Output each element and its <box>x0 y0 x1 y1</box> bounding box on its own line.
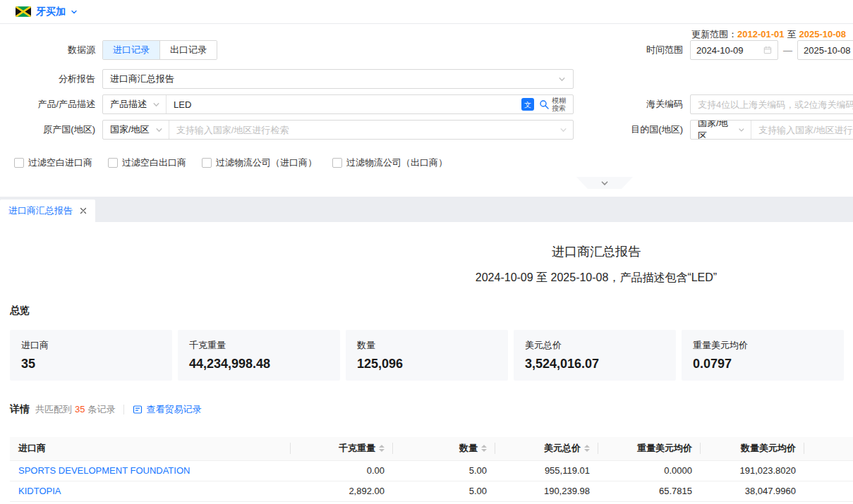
cell-usd-total: 190,239.98 <box>495 481 598 501</box>
stat-card-importers: 进口商 35 <box>10 330 172 381</box>
checkbox-filter-blank-importer[interactable]: 过滤空白进口商 <box>14 156 92 169</box>
chevron-down-icon <box>155 126 163 134</box>
app-window: 牙买加 更新范围：2012-01-01至2025-10-08 数据源 进口记录 … <box>0 0 853 504</box>
column-header-usd-total[interactable]: 美元总价 <box>495 437 598 460</box>
report-subtitle: 2024-10-09 至 2025-10-08，产品描述包含“LED” <box>0 270 853 285</box>
stat-label: 美元总价 <box>525 339 665 352</box>
calendar-icon <box>763 45 772 55</box>
cell-spacer <box>804 460 853 481</box>
stat-value: 35 <box>21 357 161 371</box>
checkbox-filter-blank-exporter[interactable]: 过滤空白出口商 <box>108 156 186 169</box>
column-header-spacer <box>804 437 853 460</box>
checkbox-icon <box>202 158 212 168</box>
chevron-down-icon <box>559 126 567 134</box>
origin-country-group: 国家/地区 <box>102 120 574 140</box>
matched-suffix: 条记录 <box>87 404 115 414</box>
report-type-value: 进口商汇总报告 <box>110 73 558 85</box>
export-records-tab[interactable]: 出口记录 <box>159 41 217 59</box>
report-content: 进口商汇总报告 2024-10-09 至 2025-10-08，产品描述包含“L… <box>0 222 853 504</box>
table-header-row: 进口商 千克重量 数量 美元总价 重量美元均价 <box>10 437 853 460</box>
destination-field-value: 国家/地区 <box>698 120 732 140</box>
product-search-input[interactable] <box>167 95 521 113</box>
destination-country-label: 目的国(地区) <box>614 123 683 136</box>
column-header-usd-per-weight: 重量美元均价 <box>598 437 701 460</box>
overview-cards: 进口商 35 千克重量 44,234,998.48 数量 125,096 美元总… <box>10 330 853 381</box>
fuzzy-search-button[interactable]: 模糊搜索 <box>539 97 567 112</box>
checkbox-icon <box>108 158 118 168</box>
column-header-quantity[interactable]: 数量 <box>393 437 495 460</box>
importer-table: 进口商 千克重量 数量 美元总价 重量美元均价 <box>10 437 853 502</box>
cell-usd-per-quantity: 191,023.8020 <box>701 460 804 481</box>
update-range: 更新范围：2012-01-01至2025-10-08 <box>691 28 846 41</box>
end-date-value[interactable] <box>804 45 853 56</box>
close-icon[interactable] <box>80 207 87 214</box>
destination-field-select[interactable]: 国家/地区 <box>691 121 751 139</box>
destination-country-group: 国家/地区 <box>690 120 853 140</box>
cell-usd-per-weight: 65.7815 <box>598 481 701 501</box>
customs-code-input[interactable] <box>690 94 853 114</box>
importer-link[interactable]: SPORTS DEVELOPMENT FOUNDATION <box>18 465 190 476</box>
cell-spacer <box>804 481 853 501</box>
checkbox-filter-logistics-importer[interactable]: 过滤物流公司（进口商） <box>202 156 317 169</box>
trade-records-icon <box>133 405 143 414</box>
country-selector[interactable]: 牙买加 <box>16 6 78 18</box>
filter-panel: 更新范围：2012-01-01至2025-10-08 数据源 进口记录 出口记录… <box>0 24 853 197</box>
tab-importer-summary-report[interactable]: 进口商汇总报告 <box>0 199 95 222</box>
stat-value: 3,524,016.07 <box>525 357 665 371</box>
import-records-tab[interactable]: 进口记录 <box>103 41 159 59</box>
sort-icon[interactable] <box>584 445 590 452</box>
details-header: 详情 共匹配到35条记录 查看贸易记录 <box>10 403 853 416</box>
start-date-input[interactable] <box>690 40 778 60</box>
report-type-select[interactable]: 进口商汇总报告 <box>102 69 574 89</box>
end-date-input[interactable] <box>797 40 853 60</box>
importer-link[interactable]: KIDTOPIA <box>18 486 61 496</box>
stat-value: 44,234,998.48 <box>189 357 329 371</box>
tab-bar: 进口商汇总报告 <box>0 197 853 222</box>
matched-prefix: 共匹配到 <box>35 404 72 414</box>
customs-code-label: 海关编码 <box>614 98 683 111</box>
sort-icon[interactable] <box>379 445 385 452</box>
report-title: 进口商汇总报告 <box>0 243 853 261</box>
date-range-separator: — <box>783 45 792 56</box>
stat-label: 重量美元均价 <box>693 339 833 352</box>
search-icon <box>539 99 550 110</box>
origin-country-input[interactable] <box>169 121 559 139</box>
stat-card-usd-per-weight: 重量美元均价 0.0797 <box>682 330 844 381</box>
chevron-down-icon <box>152 101 160 109</box>
overview-heading: 总览 <box>10 305 853 316</box>
cell-kg-weight: 0.00 <box>291 460 393 481</box>
chevron-down-icon <box>600 179 609 188</box>
column-header-kg-weight[interactable]: 千克重量 <box>291 437 393 460</box>
product-field-select[interactable]: 产品描述 <box>103 95 167 113</box>
chevron-down-icon <box>738 126 745 134</box>
stat-label: 进口商 <box>21 339 161 352</box>
collapse-filter-button[interactable] <box>576 177 633 189</box>
cell-quantity: 5.00 <box>393 481 495 501</box>
checkbox-filter-logistics-exporter[interactable]: 过滤物流公司（出口商） <box>332 156 447 169</box>
report-type-label: 分析报告 <box>0 73 95 85</box>
destination-country-input[interactable] <box>751 121 853 139</box>
time-range-label: 时间范围 <box>614 44 683 56</box>
view-trade-records-link[interactable]: 查看贸易记录 <box>133 403 201 416</box>
stat-value: 125,096 <box>357 357 497 371</box>
product-field-value: 产品描述 <box>110 98 147 111</box>
translate-icon[interactable]: 文 <box>521 98 534 111</box>
table-row: KIDTOPIA 2,892.00 5.00 190,239.98 65.781… <box>10 481 853 501</box>
stat-label: 数量 <box>357 339 497 352</box>
details-heading: 详情 <box>10 403 30 416</box>
checkbox-label: 过滤物流公司（出口商） <box>346 156 447 169</box>
update-range-start: 2012-01-01 <box>737 29 785 39</box>
start-date-value[interactable] <box>696 45 761 56</box>
origin-field-select[interactable]: 国家/地区 <box>103 121 169 139</box>
stat-card-usd-total: 美元总价 3,524,016.07 <box>514 330 676 381</box>
cell-usd-per-quantity: 38,047.9960 <box>701 481 804 501</box>
filter-checkboxes: 过滤空白进口商 过滤空白出口商 过滤物流公司（进口商） 过滤物流公司（出口商） <box>14 156 447 169</box>
jamaica-flag-icon <box>16 6 31 17</box>
svg-text:文: 文 <box>524 101 531 109</box>
stat-label: 千克重量 <box>189 339 329 352</box>
origin-country-label: 原产国(地区) <box>0 123 95 136</box>
sort-icon[interactable] <box>481 445 487 452</box>
cell-usd-per-weight: 0.0000 <box>598 460 701 481</box>
stat-value: 0.0797 <box>693 357 833 371</box>
update-range-label: 更新范围： <box>691 29 737 39</box>
